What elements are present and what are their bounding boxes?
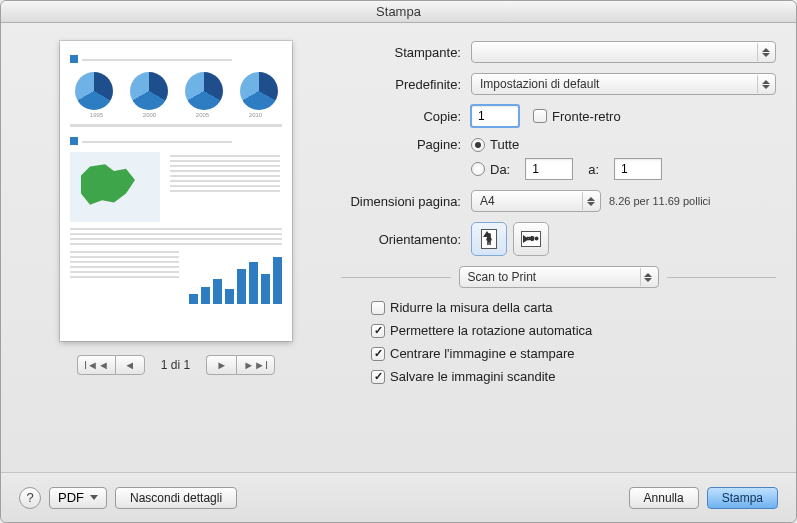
pages-from-label: Da: <box>490 162 510 177</box>
cancel-button[interactable]: Annulla <box>629 487 699 509</box>
pages-all-label: Tutte <box>490 137 519 152</box>
next-page-button[interactable]: ► <box>206 355 236 375</box>
printer-select[interactable] <box>471 41 776 63</box>
page-size-selected-value: A4 <box>480 194 495 208</box>
chevron-down-icon <box>90 495 98 500</box>
page-indicator: 1 di 1 <box>161 358 190 372</box>
pages-label: Pagine: <box>341 137 471 152</box>
pages-all-radio[interactable] <box>471 138 485 152</box>
settings-column: Stampante: Predefinite: Impostazioni di … <box>331 41 776 472</box>
preview-year: 2010 <box>249 112 262 118</box>
preview-year: 2005 <box>196 112 209 118</box>
printer-label: Stampante: <box>341 45 471 60</box>
pdf-label: PDF <box>58 490 84 505</box>
prev-page-button[interactable]: ◄ <box>115 355 145 375</box>
pages-range-radio[interactable] <box>471 162 485 176</box>
help-button[interactable]: ? <box>19 487 41 509</box>
orientation-landscape-button[interactable] <box>513 222 549 256</box>
page-size-note: 8.26 per 11.69 pollici <box>609 195 711 207</box>
save-scanned-label: Salvare le immagini scandite <box>390 369 555 384</box>
first-page-button[interactable]: I◄◄ <box>77 355 115 375</box>
page-size-label: Dimensioni pagina: <box>341 194 471 209</box>
preview-column: 1995 2000 2005 2010 <box>21 41 331 472</box>
pages-to-label: a: <box>588 162 599 177</box>
section-selected-value: Scan to Print <box>468 270 537 284</box>
last-page-button[interactable]: ►►I <box>236 355 275 375</box>
copies-label: Copie: <box>341 109 471 124</box>
dialog-content: 1995 2000 2005 2010 <box>1 23 796 472</box>
scan-options: Ridurre la misura della carta Permettere… <box>371 300 776 384</box>
page-preview: 1995 2000 2005 2010 <box>60 41 292 341</box>
page-size-select[interactable]: A4 <box>471 190 601 212</box>
preview-year: 1995 <box>90 112 103 118</box>
reduce-paper-checkbox[interactable] <box>371 301 385 315</box>
dialog-footer: ? PDF Nascondi dettagli Annulla Stampa <box>1 472 796 522</box>
presets-label: Predefinite: <box>341 77 471 92</box>
orientation-label: Orientamento: <box>341 232 471 247</box>
save-scanned-checkbox[interactable] <box>371 370 385 384</box>
orientation-portrait-button[interactable] <box>471 222 507 256</box>
presets-select[interactable]: Impostazioni di default <box>471 73 776 95</box>
copies-input[interactable] <box>471 105 519 127</box>
duplex-checkbox[interactable] <box>533 109 547 123</box>
auto-rotate-label: Permettere la rotazione automatica <box>390 323 592 338</box>
hide-details-button[interactable]: Nascondi dettagli <box>115 487 237 509</box>
pages-from-input[interactable] <box>525 158 573 180</box>
auto-rotate-checkbox[interactable] <box>371 324 385 338</box>
center-image-label: Centrare l'immagine e stampare <box>390 346 575 361</box>
duplex-label: Fronte-retro <box>552 109 621 124</box>
preview-nav: I◄◄ ◄ 1 di 1 ► ►►I <box>77 355 275 375</box>
center-image-checkbox[interactable] <box>371 347 385 361</box>
pdf-menu[interactable]: PDF <box>49 487 107 509</box>
preset-selected-value: Impostazioni di default <box>480 77 599 91</box>
reduce-paper-label: Ridurre la misura della carta <box>390 300 553 315</box>
print-dialog: Stampa 1995 2000 2005 2010 <box>0 0 797 523</box>
print-button[interactable]: Stampa <box>707 487 778 509</box>
window-title: Stampa <box>1 1 796 23</box>
section-select[interactable]: Scan to Print <box>459 266 659 288</box>
preview-year: 2000 <box>143 112 156 118</box>
pages-to-input[interactable] <box>614 158 662 180</box>
